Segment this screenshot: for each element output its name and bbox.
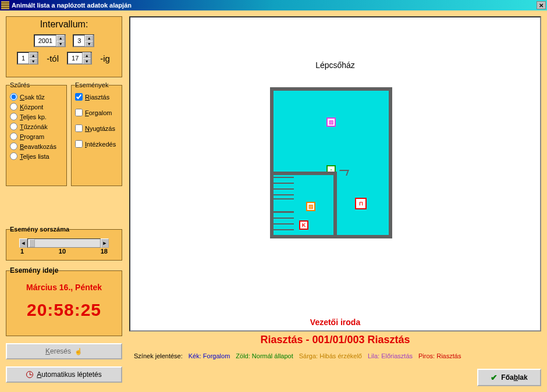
- filter-radio-input-4[interactable]: [10, 133, 17, 140]
- event-label-0: Riasztás: [85, 94, 109, 101]
- floorplan-title: Lépcsőház: [130, 60, 540, 70]
- from-day-spinner[interactable]: 1 ▲ ▼: [17, 52, 38, 65]
- search-label-rest: eresés: [50, 347, 71, 355]
- filter-label-0: Csak tűz: [20, 94, 45, 101]
- event-check-0[interactable]: Riasztás: [75, 93, 118, 101]
- seq-mid: 10: [59, 248, 66, 255]
- month-value: 3: [74, 37, 84, 44]
- close-button[interactable]: ✕: [537, 1, 546, 9]
- alarm-text: Riasztás - 001/01/003 Riasztás: [129, 334, 541, 346]
- filter-label-5: Beavatkozás: [20, 143, 56, 150]
- event-check-input-1[interactable]: [75, 109, 83, 116]
- to-day-value: 17: [68, 55, 82, 62]
- filter-radio-2[interactable]: Teljes kp.: [10, 113, 63, 120]
- event-label-1: Forgalom: [85, 109, 112, 116]
- hand-icon: ☝: [74, 348, 83, 355]
- slider-thumb[interactable]: [29, 239, 35, 247]
- filter-radio-6[interactable]: Teljes lista: [10, 152, 63, 160]
- inner-room: ▨ K: [270, 172, 337, 238]
- event-check-input-0[interactable]: [75, 93, 83, 101]
- filter-radio-input-6[interactable]: [10, 152, 17, 160]
- event-label-2: Nyugtázás: [85, 125, 115, 132]
- from-day-value: 1: [18, 55, 29, 62]
- filter-label-6: Teljes lista: [20, 153, 49, 160]
- stairs-landing: [274, 198, 294, 212]
- filter-label-1: Központ: [20, 104, 43, 111]
- check-icon: ✔: [491, 373, 498, 382]
- filter-label-3: Tűzzónák: [20, 123, 48, 130]
- clock-icon: [26, 371, 33, 378]
- filter-label-4: Program: [20, 133, 44, 140]
- legend-lila: Lila: Előriasztás: [368, 352, 413, 359]
- year-up[interactable]: ▲: [56, 35, 65, 41]
- event-check-1[interactable]: Forgalom: [75, 109, 118, 116]
- event-date: Március 16., Péntek: [10, 283, 118, 292]
- legend-red: Piros: Riasztás: [418, 352, 461, 359]
- filter-legend: Szűrés: [10, 81, 30, 88]
- time-panel: Esemény ideje Március 16., Péntek 20:58:…: [6, 266, 122, 336]
- room-label: Vezetői iroda: [130, 318, 540, 327]
- filter-radio-input-1[interactable]: [10, 103, 17, 111]
- month-spinner[interactable]: 3 ▲ ▼: [73, 34, 94, 47]
- filter-radio-3[interactable]: Tűzzónák: [10, 123, 63, 130]
- event-check-2[interactable]: Nyugtázás: [75, 124, 118, 132]
- filter-radio-1[interactable]: Központ: [10, 103, 63, 111]
- filter-radio-input-5[interactable]: [10, 142, 17, 150]
- floorplan-canvas: Lépcsőház ▨ ▫ ⊓ ▨ K Vezetői iroda: [129, 16, 541, 332]
- legend-orange: Sárga: Hibás érzékelő: [299, 352, 362, 359]
- filter-radio-input-0[interactable]: [10, 93, 17, 101]
- legend-title: Színek jelentése:: [134, 352, 183, 359]
- filter-radio-0[interactable]: Csak tűz: [10, 93, 63, 101]
- main-window-button[interactable]: ✔ Főablak: [477, 369, 541, 386]
- slider-right[interactable]: ►: [101, 238, 109, 248]
- event-time: 20:58:25: [10, 300, 118, 320]
- filter-radio-input-3[interactable]: [10, 123, 17, 130]
- window-titlebar: Animált lista a naplózott adatok alapján…: [0, 0, 547, 10]
- slider-left[interactable]: ◄: [19, 238, 27, 248]
- time-title: Esemény ideje: [10, 266, 58, 275]
- floor-plan: ▨ ▫ ⊓ ▨ K: [270, 87, 392, 238]
- app-icon: [1, 1, 9, 9]
- sequence-title: Esemény sorszáma: [10, 226, 69, 233]
- filter-radio-4[interactable]: Program: [10, 133, 63, 140]
- events-legend: Események: [75, 81, 108, 88]
- sensor-red-small[interactable]: K: [299, 220, 308, 230]
- sensor-magenta[interactable]: ▨: [326, 117, 336, 127]
- year-down[interactable]: ▼: [56, 41, 65, 47]
- search-button[interactable]: Keresés ☝: [6, 343, 122, 359]
- from-down[interactable]: ▼: [29, 58, 37, 64]
- to-suffix: -ig: [100, 54, 110, 63]
- interval-panel: Intervallum: 2001 ▲ ▼ 3 ▲ ▼ 1 ▲: [6, 16, 122, 77]
- sensor-orange[interactable]: ▨: [306, 202, 315, 211]
- filter-radio-5[interactable]: Beavatkozás: [10, 142, 63, 150]
- to-up[interactable]: ▲: [83, 52, 91, 58]
- color-legend: Színek jelentése: Kék: Forgalom Zöld: No…: [134, 352, 541, 359]
- auto-step-button[interactable]: Automatikus léptetés: [6, 366, 122, 383]
- event-check-input-3[interactable]: [75, 140, 83, 148]
- year-spinner[interactable]: 2001 ▲ ▼: [34, 34, 66, 47]
- filter-panel: Szűrés Csak tűzKözpontTeljes kp.Tűzzónák…: [6, 81, 67, 186]
- seq-min: 1: [20, 248, 24, 255]
- sensor-red-large[interactable]: ⊓: [355, 198, 367, 209]
- legend-green: Zöld: Normál állapot: [236, 352, 293, 359]
- events-panel: Események RiasztásForgalomNyugtázásIntéz…: [71, 81, 122, 186]
- legend-blue: Kék: Forgalom: [189, 352, 230, 359]
- door-icon: [338, 170, 349, 176]
- seq-max: 18: [101, 248, 108, 255]
- to-day-spinner[interactable]: 17 ▲ ▼: [67, 52, 92, 65]
- year-value: 2001: [35, 37, 56, 44]
- slider-track[interactable]: [27, 238, 101, 248]
- event-check-3[interactable]: Intézkedés: [75, 140, 118, 148]
- to-down[interactable]: ▼: [83, 58, 91, 64]
- month-up[interactable]: ▲: [85, 35, 93, 41]
- from-up[interactable]: ▲: [29, 52, 37, 58]
- window-title: Animált lista a naplózott adatok alapján: [12, 2, 537, 9]
- filter-radio-input-2[interactable]: [10, 113, 17, 120]
- sequence-panel: Esemény sorszáma ◄ ► 1 10 18: [6, 226, 122, 261]
- from-suffix: -tól: [47, 54, 59, 63]
- stairs: [274, 175, 294, 235]
- event-check-input-2[interactable]: [75, 124, 83, 132]
- event-label-3: Intézkedés: [85, 141, 116, 148]
- filter-label-2: Teljes kp.: [20, 113, 47, 120]
- month-down[interactable]: ▼: [85, 41, 93, 47]
